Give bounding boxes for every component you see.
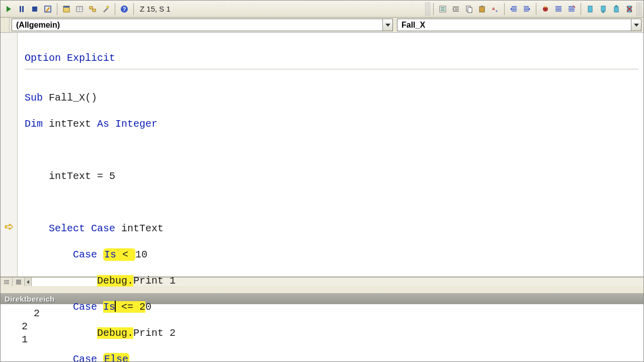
complete-word-button[interactable]: A [489, 3, 501, 15]
toolbox-button[interactable] [100, 3, 112, 15]
svg-marker-27 [601, 12, 605, 13]
svg-marker-20 [496, 11, 498, 12]
breakpoint-button[interactable] [539, 3, 551, 15]
code-blank-line [25, 144, 638, 157]
procedure-view-button[interactable] [1, 278, 13, 286]
bookmark-toggle-button[interactable] [584, 3, 596, 15]
indent-button[interactable] [521, 3, 533, 15]
code-blank-line [25, 196, 638, 209]
cursor-position: Z 15, S 1 [137, 5, 176, 13]
main-toolbar: ? Z 15, S 1 A [1, 1, 643, 18]
toolbar-separator [504, 3, 505, 15]
procedure-value: Fall_X [397, 21, 631, 30]
list-properties-button[interactable] [437, 3, 449, 15]
paste-button[interactable] [476, 3, 488, 15]
clear-bookmarks-button[interactable] [623, 3, 635, 15]
svg-point-10 [107, 6, 109, 8]
execution-pointer-icon: ➪ [5, 220, 14, 233]
code-line: Debug.Print 1 [25, 275, 638, 288]
toolbar-separator [115, 3, 115, 15]
procedure-dropdown[interactable]: Fall_X [397, 19, 641, 31]
svg-text:?: ? [123, 6, 126, 12]
run-button[interactable] [3, 3, 15, 15]
svg-rect-1 [20, 6, 21, 12]
code-line: Case Is < 10 [25, 248, 638, 261]
svg-marker-0 [7, 6, 11, 12]
toolbar-separator [581, 3, 581, 15]
scope-proc-row: (Allgemein) Fall_X [1, 18, 643, 33]
code-line: intText = 5 [25, 170, 638, 183]
stop-button[interactable] [29, 3, 41, 15]
object-browser-button[interactable] [87, 3, 99, 15]
svg-rect-24 [544, 6, 546, 8]
chevron-down-icon[interactable] [631, 19, 641, 31]
uncomment-block-button[interactable] [566, 3, 578, 15]
chevron-down-icon[interactable] [382, 19, 392, 31]
indent-right-button[interactable] [450, 3, 462, 15]
code-line: Sub Fall_X() [25, 92, 638, 105]
code-editor[interactable]: ➪ Option Explicit Sub Fall_X() Dim intTe… [1, 33, 643, 277]
scope-value: (Allgemein) [12, 21, 382, 30]
svg-marker-22 [529, 8, 530, 11]
code-line: Debug.Print 2 [25, 327, 638, 340]
outdent-button[interactable] [508, 3, 520, 15]
toolbar-separator [536, 3, 536, 15]
comment-block-button[interactable] [552, 3, 565, 15]
code-body[interactable]: Option Explicit Sub Fall_X() Dim intText… [18, 33, 643, 277]
editor-margin[interactable]: ➪ [1, 33, 18, 277]
toolbar-separator [133, 3, 134, 15]
svg-rect-9 [93, 9, 96, 12]
svg-rect-25 [588, 6, 592, 12]
design-mode-button[interactable] [42, 3, 54, 15]
pause-button[interactable] [16, 3, 28, 15]
project-explorer-button[interactable] [60, 3, 72, 15]
code-line: Option Explicit [25, 52, 115, 64]
svg-rect-16 [468, 8, 472, 13]
next-bookmark-button[interactable] [597, 3, 609, 15]
toolbar-grip [425, 2, 430, 16]
svg-rect-6 [63, 6, 69, 8]
svg-rect-17 [479, 7, 485, 12]
code-line: Dim intText As Integer [25, 118, 638, 131]
text-cursor [115, 301, 116, 312]
svg-text:A: A [492, 7, 495, 11]
code-line: Select Case intText [25, 222, 638, 235]
svg-rect-28 [614, 7, 618, 12]
code-line: Case Else [25, 353, 638, 362]
svg-rect-26 [601, 6, 605, 11]
prev-bookmark-button[interactable] [610, 3, 622, 15]
svg-rect-2 [22, 6, 24, 12]
svg-rect-3 [32, 7, 37, 12]
toolbar-separator [433, 3, 434, 15]
copy-button[interactable] [463, 3, 475, 15]
properties-window-button[interactable] [73, 3, 86, 15]
code-line: Case Is <= 20 [25, 301, 638, 314]
svg-rect-18 [481, 6, 483, 7]
help-button[interactable]: ? [118, 3, 130, 15]
svg-rect-8 [90, 7, 93, 9]
svg-marker-14 [453, 8, 454, 10]
toolbar-separator [57, 3, 57, 15]
svg-marker-29 [614, 5, 618, 7]
scope-dropdown[interactable]: (Allgemein) [12, 19, 393, 31]
toolbar-grip [636, 2, 641, 16]
svg-marker-21 [510, 8, 512, 11]
full-module-view-button[interactable] [13, 278, 25, 286]
